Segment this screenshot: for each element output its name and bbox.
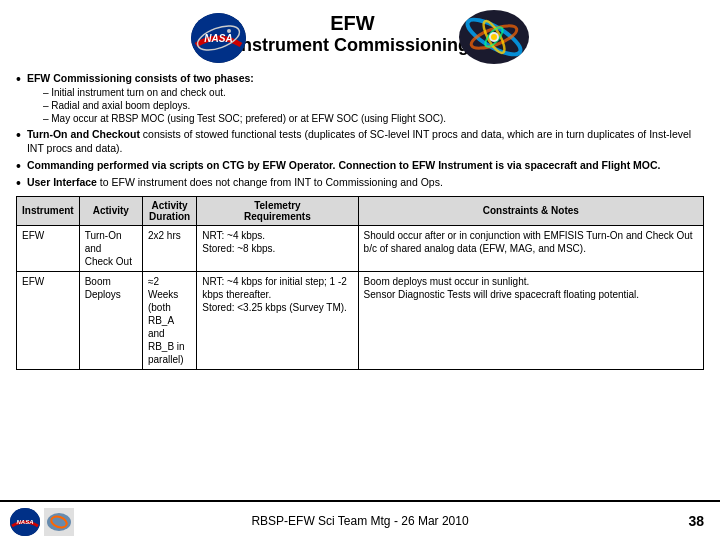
- row1-activity: Turn-On andCheck Out: [79, 225, 142, 271]
- sub-list-1: Initial instrument turn on and check out…: [27, 86, 704, 125]
- row2-duration: ≈2 Weeks(bothRB_A andRB_B inparallel): [142, 271, 196, 369]
- bullet-content-2: Turn-On and Checkout consists of stowed …: [27, 127, 704, 155]
- row1-duration: 2x2 hrs: [142, 225, 196, 271]
- data-table: Instrument Activity ActivityDuration Tel…: [16, 196, 704, 370]
- svg-text:NASA: NASA: [16, 519, 33, 525]
- footer-nasa-logo: NASA: [10, 508, 40, 536]
- bullet-2-bold: Turn-On and Checkout: [27, 128, 140, 140]
- footer: NASA RBSP-EFW Sci Team Mtg - 26 Mar 2010…: [0, 500, 720, 540]
- bullet-content-1: EFW Commissioning consists of two phases…: [27, 71, 704, 125]
- row2-instrument: EFW: [17, 271, 80, 369]
- bullet-item-2: • Turn-On and Checkout consists of stowe…: [16, 127, 704, 155]
- sub-item-1b: Radial and axial boom deploys.: [43, 99, 704, 112]
- table-row-1: EFW Turn-On andCheck Out 2x2 hrs NRT: ~4…: [17, 225, 704, 271]
- swirl-logo: [459, 10, 529, 65]
- header-title: EFW Instrument Commissioning: [236, 12, 469, 56]
- title-line1: EFW: [236, 12, 469, 35]
- svg-text:NASA: NASA: [204, 33, 232, 44]
- footer-rbsp-logo: [44, 508, 74, 536]
- footer-logos: NASA: [10, 508, 74, 536]
- row2-telemetry: NRT: ~4 kbps for initial step; 1 -2 kbps…: [197, 271, 358, 369]
- footer-text: RBSP-EFW Sci Team Mtg - 26 Mar 2010: [251, 514, 468, 528]
- bullet-item-4: • User Interface to EFW instrument does …: [16, 175, 704, 190]
- bullet-dot-3: •: [16, 159, 21, 173]
- col-notes: Constraints & Notes: [358, 196, 703, 225]
- content: • EFW Commissioning consists of two phas…: [0, 67, 720, 500]
- row2-activity: Boom Deploys: [79, 271, 142, 369]
- bullet-item-3: • Commanding performed via scripts on CT…: [16, 158, 704, 173]
- bullet-dot-2: •: [16, 128, 21, 142]
- footer-page: 38: [688, 513, 704, 529]
- col-activity: Activity: [79, 196, 142, 225]
- nasa-logo: NASA: [191, 13, 246, 63]
- svg-point-10: [491, 34, 497, 40]
- bullet-list: • EFW Commissioning consists of two phas…: [16, 71, 704, 190]
- row2-notes: Boom deploys must occur in sunlight.Sens…: [358, 271, 703, 369]
- bullet-dot-4: •: [16, 176, 21, 190]
- title-line2: Instrument Commissioning: [236, 35, 469, 56]
- header: NASA EFW Instrument Commissioning: [0, 0, 720, 67]
- bullet-content-4: User Interface to EFW instrument does no…: [27, 175, 704, 189]
- row1-telemetry: NRT: ~4 kbps.Stored: ~8 kbps.: [197, 225, 358, 271]
- bullet-item-1: • EFW Commissioning consists of two phas…: [16, 71, 704, 125]
- row1-instrument: EFW: [17, 225, 80, 271]
- bullet-dot-1: •: [16, 72, 21, 86]
- table-row-2: EFW Boom Deploys ≈2 Weeks(bothRB_A andRB…: [17, 271, 704, 369]
- col-telemetry: TelemetryRequirements: [197, 196, 358, 225]
- bullet-1-text: EFW Commissioning consists of two phases…: [27, 72, 254, 84]
- sub-item-1c: May occur at RBSP MOC (using Test SOC; p…: [43, 112, 704, 125]
- col-instrument: Instrument: [17, 196, 80, 225]
- bullet-content-3: Commanding performed via scripts on CTG …: [27, 158, 704, 172]
- row1-notes: Should occur after or in conjunction wit…: [358, 225, 703, 271]
- sub-item-1a: Initial instrument turn on and check out…: [43, 86, 704, 99]
- bullet-4-bold: User Interface: [27, 176, 97, 188]
- col-duration: ActivityDuration: [142, 196, 196, 225]
- page: NASA EFW Instrument Commissioning: [0, 0, 720, 540]
- table-header-row: Instrument Activity ActivityDuration Tel…: [17, 196, 704, 225]
